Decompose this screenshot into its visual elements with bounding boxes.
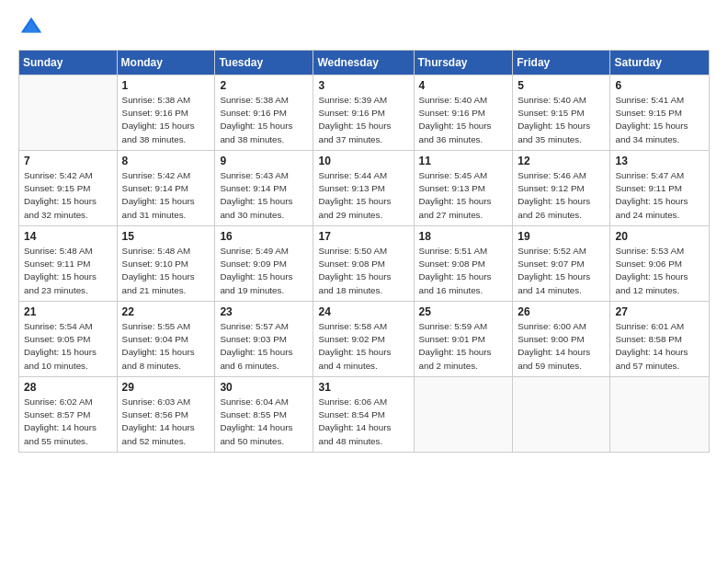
day-info: Sunrise: 5:53 AMSunset: 9:06 PMDaylight:… — [615, 245, 704, 297]
week-row-4: 21Sunrise: 5:54 AMSunset: 9:05 PMDayligh… — [19, 302, 710, 377]
day-number: 17 — [318, 230, 408, 243]
day-cell: 14Sunrise: 5:48 AMSunset: 9:11 PMDayligh… — [19, 226, 118, 302]
day-number: 22 — [122, 305, 210, 318]
day-cell: 25Sunrise: 5:59 AMSunset: 9:01 PMDayligh… — [414, 302, 513, 377]
day-number: 31 — [318, 381, 408, 394]
day-cell: 16Sunrise: 5:49 AMSunset: 9:09 PMDayligh… — [215, 226, 313, 302]
day-info: Sunrise: 5:54 AMSunset: 9:05 PMDaylight:… — [24, 320, 112, 373]
week-row-2: 7Sunrise: 5:42 AMSunset: 9:15 PMDaylight… — [19, 151, 710, 226]
page: SundayMondayTuesdayWednesdayThursdayFrid… — [0, 0, 728, 563]
day-info: Sunrise: 5:50 AMSunset: 9:08 PMDaylight:… — [318, 245, 408, 297]
day-info: Sunrise: 5:51 AMSunset: 9:08 PMDaylight:… — [419, 245, 508, 297]
day-info: Sunrise: 5:47 AMSunset: 9:11 PMDaylight:… — [615, 169, 704, 222]
day-cell: 23Sunrise: 5:57 AMSunset: 9:03 PMDayligh… — [215, 302, 313, 377]
weekday-thursday: Thursday — [414, 51, 513, 75]
day-info: Sunrise: 5:42 AMSunset: 9:14 PMDaylight:… — [122, 169, 210, 222]
day-cell: 10Sunrise: 5:44 AMSunset: 9:13 PMDayligh… — [313, 151, 414, 226]
day-number: 11 — [419, 155, 508, 167]
day-cell: 21Sunrise: 5:54 AMSunset: 9:05 PMDayligh… — [19, 302, 118, 377]
day-cell: 5Sunrise: 5:40 AMSunset: 9:15 PMDaylight… — [513, 75, 610, 151]
day-number: 18 — [419, 230, 508, 243]
day-number: 16 — [220, 230, 308, 243]
week-row-1: 1Sunrise: 5:38 AMSunset: 9:16 PMDaylight… — [19, 75, 710, 151]
day-number: 21 — [24, 305, 112, 318]
day-cell: 2Sunrise: 5:38 AMSunset: 9:16 PMDaylight… — [215, 75, 313, 151]
day-number: 12 — [518, 155, 605, 167]
day-number: 30 — [220, 381, 308, 394]
day-info: Sunrise: 5:52 AMSunset: 9:07 PMDaylight:… — [518, 245, 605, 297]
day-info: Sunrise: 5:43 AMSunset: 9:14 PMDaylight:… — [220, 169, 308, 222]
day-cell: 18Sunrise: 5:51 AMSunset: 9:08 PMDayligh… — [414, 226, 513, 302]
day-number: 23 — [220, 305, 308, 318]
day-info: Sunrise: 6:00 AMSunset: 9:00 PMDaylight:… — [518, 320, 605, 373]
day-info: Sunrise: 6:02 AMSunset: 8:57 PMDaylight:… — [24, 396, 112, 448]
day-cell: 20Sunrise: 5:53 AMSunset: 9:06 PMDayligh… — [610, 226, 710, 302]
day-info: Sunrise: 5:39 AMSunset: 9:16 PMDaylight:… — [318, 94, 408, 146]
day-cell: 31Sunrise: 6:06 AMSunset: 8:54 PMDayligh… — [313, 377, 414, 453]
weekday-wednesday: Wednesday — [313, 51, 414, 75]
day-cell: 19Sunrise: 5:52 AMSunset: 9:07 PMDayligh… — [513, 226, 610, 302]
day-number: 15 — [122, 230, 210, 243]
day-info: Sunrise: 5:46 AMSunset: 9:12 PMDaylight:… — [518, 169, 605, 222]
day-number: 8 — [122, 155, 210, 167]
weekday-sunday: Sunday — [19, 51, 118, 75]
day-info: Sunrise: 6:03 AMSunset: 8:56 PMDaylight:… — [122, 396, 210, 448]
day-cell — [513, 377, 610, 453]
day-cell: 9Sunrise: 5:43 AMSunset: 9:14 PMDaylight… — [215, 151, 313, 226]
week-row-3: 14Sunrise: 5:48 AMSunset: 9:11 PMDayligh… — [19, 226, 710, 302]
day-number: 3 — [318, 79, 408, 92]
day-cell: 22Sunrise: 5:55 AMSunset: 9:04 PMDayligh… — [117, 302, 215, 377]
day-number: 14 — [24, 230, 112, 243]
weekday-friday: Friday — [513, 51, 610, 75]
day-info: Sunrise: 5:55 AMSunset: 9:04 PMDaylight:… — [122, 320, 210, 373]
day-info: Sunrise: 5:48 AMSunset: 9:10 PMDaylight:… — [122, 245, 210, 297]
day-cell — [414, 377, 513, 453]
day-number: 29 — [122, 381, 210, 394]
header — [18, 15, 710, 40]
logo-icon — [18, 15, 44, 40]
day-cell: 26Sunrise: 6:00 AMSunset: 9:00 PMDayligh… — [513, 302, 610, 377]
day-cell: 7Sunrise: 5:42 AMSunset: 9:15 PMDaylight… — [19, 151, 118, 226]
day-info: Sunrise: 5:38 AMSunset: 9:16 PMDaylight:… — [122, 94, 210, 146]
day-number: 28 — [24, 381, 112, 394]
day-number: 5 — [518, 79, 605, 92]
day-info: Sunrise: 5:42 AMSunset: 9:15 PMDaylight:… — [24, 169, 112, 222]
day-number: 1 — [122, 79, 210, 92]
day-info: Sunrise: 6:01 AMSunset: 8:58 PMDaylight:… — [615, 320, 704, 373]
day-number: 7 — [24, 155, 112, 167]
day-number: 20 — [615, 230, 704, 243]
day-cell: 29Sunrise: 6:03 AMSunset: 8:56 PMDayligh… — [117, 377, 215, 453]
day-info: Sunrise: 5:44 AMSunset: 9:13 PMDaylight:… — [318, 169, 408, 222]
day-number: 6 — [615, 79, 704, 92]
day-cell: 4Sunrise: 5:40 AMSunset: 9:16 PMDaylight… — [414, 75, 513, 151]
day-info: Sunrise: 5:58 AMSunset: 9:02 PMDaylight:… — [318, 320, 408, 373]
day-number: 2 — [220, 79, 308, 92]
day-cell: 1Sunrise: 5:38 AMSunset: 9:16 PMDaylight… — [117, 75, 215, 151]
weekday-monday: Monday — [117, 51, 215, 75]
day-cell: 15Sunrise: 5:48 AMSunset: 9:10 PMDayligh… — [117, 226, 215, 302]
day-cell — [610, 377, 710, 453]
day-number: 25 — [419, 305, 508, 318]
day-info: Sunrise: 6:04 AMSunset: 8:55 PMDaylight:… — [220, 396, 308, 448]
day-number: 4 — [419, 79, 508, 92]
day-info: Sunrise: 5:41 AMSunset: 9:15 PMDaylight:… — [615, 94, 704, 146]
day-info: Sunrise: 5:59 AMSunset: 9:01 PMDaylight:… — [419, 320, 508, 373]
day-cell: 27Sunrise: 6:01 AMSunset: 8:58 PMDayligh… — [610, 302, 710, 377]
day-cell: 11Sunrise: 5:45 AMSunset: 9:13 PMDayligh… — [414, 151, 513, 226]
logo — [18, 15, 48, 40]
day-cell: 8Sunrise: 5:42 AMSunset: 9:14 PMDaylight… — [117, 151, 215, 226]
week-row-5: 28Sunrise: 6:02 AMSunset: 8:57 PMDayligh… — [19, 377, 710, 453]
day-info: Sunrise: 5:40 AMSunset: 9:15 PMDaylight:… — [518, 94, 605, 146]
day-info: Sunrise: 6:06 AMSunset: 8:54 PMDaylight:… — [318, 396, 408, 448]
day-cell: 30Sunrise: 6:04 AMSunset: 8:55 PMDayligh… — [215, 377, 313, 453]
day-number: 19 — [518, 230, 605, 243]
day-cell: 17Sunrise: 5:50 AMSunset: 9:08 PMDayligh… — [313, 226, 414, 302]
day-cell: 12Sunrise: 5:46 AMSunset: 9:12 PMDayligh… — [513, 151, 610, 226]
day-info: Sunrise: 5:49 AMSunset: 9:09 PMDaylight:… — [220, 245, 308, 297]
day-info: Sunrise: 5:45 AMSunset: 9:13 PMDaylight:… — [419, 169, 508, 222]
day-number: 27 — [615, 305, 704, 318]
day-info: Sunrise: 5:38 AMSunset: 9:16 PMDaylight:… — [220, 94, 308, 146]
day-cell — [19, 75, 118, 151]
weekday-saturday: Saturday — [610, 51, 710, 75]
day-cell: 3Sunrise: 5:39 AMSunset: 9:16 PMDaylight… — [313, 75, 414, 151]
